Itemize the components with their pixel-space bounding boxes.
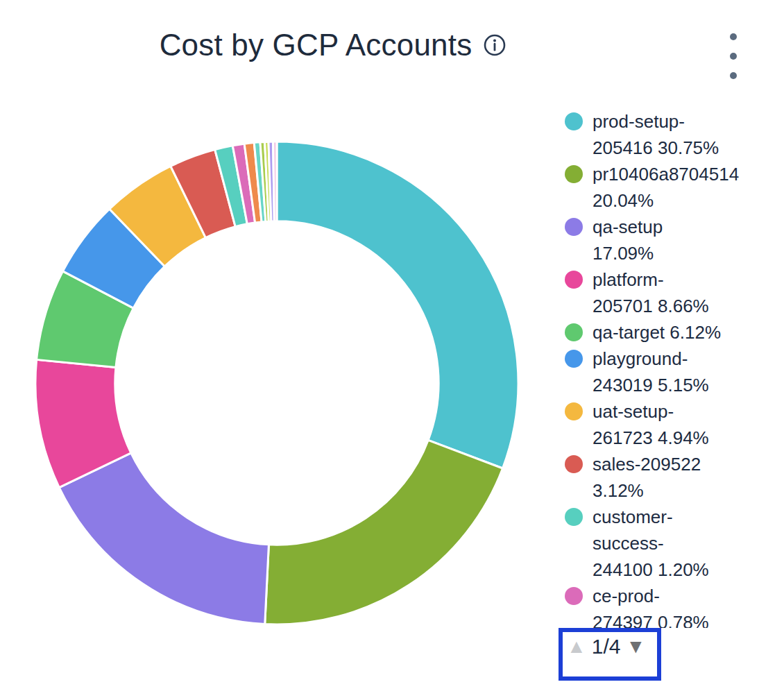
legend-item[interactable]: qa-setup17.09% — [565, 214, 784, 266]
donut-slice-unlabeled-slice-6[interactable] — [273, 142, 277, 221]
legend-label: qa-setup17.09% — [593, 214, 663, 266]
legend-label: qa-target 6.12% — [593, 319, 721, 346]
info-icon[interactable] — [483, 33, 506, 57]
legend-item[interactable]: qa-target 6.12% — [565, 319, 784, 346]
legend-label: ce-prod-274397 0.78% — [593, 583, 709, 628]
legend-color-dot — [565, 271, 583, 289]
legend-color-dot — [565, 350, 583, 368]
donut-slice-pr10406a8704514[interactable] — [265, 440, 503, 624]
legend-item[interactable]: platform-205701 8.66% — [565, 266, 784, 319]
page-down-button[interactable]: ▼ — [626, 633, 645, 660]
donut-chart — [34, 140, 520, 626]
kebab-menu-icon[interactable] — [727, 33, 740, 79]
legend-color-dot — [565, 508, 583, 526]
chart-card: Cost by GCP Accounts prod-setup-205416 3… — [0, 0, 784, 698]
legend-label: uat-setup-261723 4.94% — [593, 398, 709, 451]
kebab-dot — [730, 72, 737, 79]
legend-label: pr10406a870451420.04% — [593, 161, 739, 214]
legend-label: platform-205701 8.66% — [593, 266, 709, 319]
donut-slice-prod-setup-205416[interactable] — [277, 142, 518, 468]
donut-slice-qa-setup[interactable] — [59, 453, 269, 624]
kebab-dot — [730, 53, 737, 60]
legend-color-dot — [565, 402, 583, 420]
legend-color-dot — [565, 323, 583, 341]
page-up-button[interactable]: ▲ — [567, 633, 586, 660]
legend-label: customer-success-244100 1.20% — [593, 504, 709, 583]
legend-item[interactable]: pr10406a870451420.04% — [565, 161, 784, 214]
legend-item[interactable]: sales-2095223.12% — [565, 451, 784, 504]
card-header: Cost by GCP Accounts — [0, 28, 666, 62]
legend-item[interactable]: customer-success-244100 1.20% — [565, 504, 784, 583]
chart-title: Cost by GCP Accounts — [160, 28, 472, 62]
legend-color-dot — [565, 218, 583, 236]
legend-pager: ▲ 1/4 ▼ — [559, 628, 661, 681]
legend-color-dot — [565, 587, 583, 605]
page-indicator: 1/4 — [592, 633, 621, 660]
legend-item[interactable]: playground-243019 5.15% — [565, 346, 784, 398]
legend-item[interactable]: uat-setup-261723 4.94% — [565, 398, 784, 451]
kebab-dot — [730, 33, 737, 40]
legend-label: prod-setup-205416 30.75% — [593, 108, 719, 161]
legend-item[interactable]: prod-setup-205416 30.75% — [565, 108, 784, 161]
legend-color-dot — [565, 455, 583, 473]
legend-label: sales-2095223.12% — [593, 451, 701, 504]
legend-item[interactable]: ce-prod-274397 0.78% — [565, 583, 784, 628]
legend-color-dot — [565, 165, 583, 183]
legend-label: playground-243019 5.15% — [593, 346, 709, 398]
legend: prod-setup-205416 30.75%pr10406a87045142… — [565, 108, 784, 628]
legend-color-dot — [565, 112, 583, 130]
